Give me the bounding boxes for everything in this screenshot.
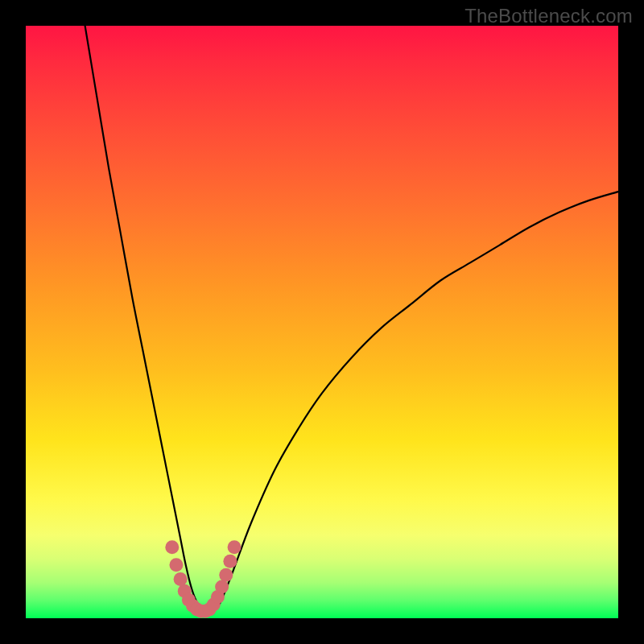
valley-dot xyxy=(215,580,229,593)
valley-dot xyxy=(223,555,237,568)
curve-svg xyxy=(26,26,618,618)
bottleneck-curve xyxy=(85,26,618,611)
valley-dot xyxy=(165,540,179,554)
chart-frame: TheBottleneck.com xyxy=(0,0,644,644)
valley-dot xyxy=(219,568,233,582)
valley-dot xyxy=(228,540,242,554)
watermark-text: TheBottleneck.com xyxy=(464,5,633,27)
valley-dot xyxy=(174,572,188,586)
plot-area xyxy=(26,26,618,618)
valley-highlight xyxy=(165,540,241,617)
valley-dot xyxy=(169,558,183,572)
